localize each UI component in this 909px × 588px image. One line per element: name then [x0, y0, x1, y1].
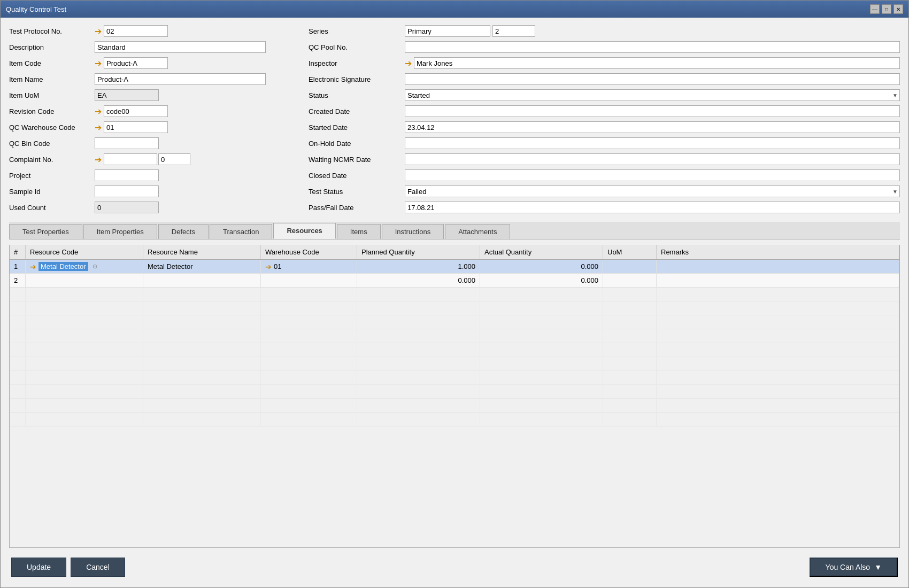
cell-warehouse-code-2	[261, 274, 357, 287]
inspector-input[interactable]	[414, 57, 900, 69]
test-status-select[interactable]: Failed Passed Pending	[405, 185, 900, 197]
maximize-button[interactable]: □	[882, 4, 891, 14]
closed-date-input[interactable]	[405, 169, 900, 181]
table-row	[10, 385, 899, 399]
table-row	[10, 315, 899, 329]
item-code-input[interactable]	[104, 57, 168, 69]
row-arrow-icon: ➔	[30, 262, 36, 271]
col-planned-qty: Planned Quantity	[357, 245, 480, 259]
you-can-also-button[interactable]: You Can Also ▼	[810, 558, 898, 577]
window-body: Test Protocol No. ➔ Description Item Cod…	[1, 18, 908, 587]
main-window: Quality Control Test — □ ✕ Test Protocol…	[0, 0, 909, 588]
cell-num-1: 1	[10, 260, 26, 273]
onhold-date-label: On-Hold Date	[309, 140, 405, 148]
series-primary-input[interactable]	[405, 25, 490, 37]
cell-resource-name-1: Metal Detector	[143, 260, 261, 273]
tab-attachments[interactable]: Attachments	[445, 224, 510, 239]
used-count-row: Used Count	[9, 200, 287, 214]
col-resource-name: Resource Name	[143, 245, 261, 259]
series-num-input[interactable]	[492, 25, 535, 37]
you-can-also-arrow-icon: ▼	[874, 563, 882, 571]
esig-input[interactable]	[405, 73, 900, 85]
pass-fail-date-label: Pass/Fail Date	[309, 204, 405, 212]
grid-header: # Resource Code Resource Name Warehouse …	[10, 245, 899, 260]
qc-bin-input[interactable]	[95, 137, 159, 149]
tab-transaction[interactable]: Transaction	[210, 224, 272, 239]
series-label: Series	[309, 27, 405, 35]
cell-resource-code-2	[26, 274, 143, 287]
sample-id-input[interactable]	[95, 185, 159, 197]
table-row	[10, 357, 899, 371]
row-edit-icon[interactable]: ⊙	[93, 263, 97, 270]
project-label: Project	[9, 172, 95, 180]
cell-planned-qty-2: 0.000	[357, 274, 480, 287]
inspector-label: Inspector	[309, 59, 405, 67]
test-protocol-arrow: ➔	[95, 26, 102, 36]
esig-row: Electronic Signature	[309, 72, 900, 86]
complaint-num-input[interactable]	[158, 153, 190, 165]
revision-code-row: Revision Code ➔	[9, 104, 287, 118]
tab-items[interactable]: Items	[337, 224, 381, 239]
created-date-label: Created Date	[309, 107, 405, 115]
description-input[interactable]	[95, 41, 266, 53]
cell-highlight-text: Metal Detector	[38, 262, 88, 271]
col-resource-code: Resource Code	[26, 245, 143, 259]
item-name-input[interactable]	[95, 73, 266, 85]
status-row: Status Started On Hold Closed Cancelled …	[309, 88, 900, 102]
tab-content: # Resource Code Resource Name Warehouse …	[9, 245, 900, 548]
table-row	[10, 371, 899, 385]
window-title: Quality Control Test	[6, 5, 66, 13]
test-protocol-input[interactable]	[104, 25, 168, 37]
closed-date-label: Closed Date	[309, 172, 405, 180]
qc-warehouse-arrow: ➔	[95, 122, 102, 133]
minimize-button[interactable]: —	[870, 4, 880, 14]
cell-actual-qty-1: 0.000	[480, 260, 603, 273]
close-button[interactable]: ✕	[893, 4, 903, 14]
started-date-label: Started Date	[309, 123, 405, 131]
update-button[interactable]: Update	[11, 558, 66, 577]
col-warehouse-code: Warehouse Code	[261, 245, 357, 259]
table-row	[10, 329, 899, 343]
form-left: Test Protocol No. ➔ Description Item Cod…	[9, 24, 287, 216]
test-status-row: Test Status Failed Passed Pending ▼	[309, 184, 900, 198]
waiting-ncmr-input[interactable]	[405, 153, 900, 165]
cell-num-2: 2	[10, 274, 26, 287]
table-row	[10, 413, 899, 427]
used-count-label: Used Count	[9, 204, 95, 212]
tab-resources[interactable]: Resources	[273, 223, 335, 239]
test-status-label: Test Status	[309, 188, 405, 196]
qc-pool-row: QC Pool No.	[309, 40, 900, 54]
pass-fail-date-input[interactable]	[405, 202, 900, 213]
revision-code-input[interactable]	[104, 105, 168, 117]
onhold-date-input[interactable]	[405, 137, 900, 149]
tab-instructions[interactable]: Instructions	[382, 224, 444, 239]
complaint-label: Complaint No.	[9, 156, 95, 164]
cell-remarks-2	[657, 274, 899, 287]
table-row	[10, 399, 899, 413]
table-row[interactable]: 2 0.000 0.000	[10, 274, 899, 288]
footer-left: Update Cancel	[11, 558, 125, 577]
table-row[interactable]: 1 ➔ Metal Detector ⊙ Metal Detector ➔ 01…	[10, 260, 899, 274]
item-code-row: Item Code ➔	[9, 56, 287, 70]
project-input[interactable]	[95, 169, 159, 181]
qc-pool-input[interactable]	[405, 41, 900, 53]
qc-warehouse-row: QC Warehouse Code ➔	[9, 120, 287, 134]
tab-item-properties[interactable]: Item Properties	[83, 224, 157, 239]
tab-test-properties[interactable]: Test Properties	[9, 224, 82, 239]
title-bar: Quality Control Test — □ ✕	[1, 1, 908, 18]
started-date-input[interactable]	[405, 121, 900, 133]
cell-resource-code-1[interactable]: ➔ Metal Detector ⊙	[26, 260, 143, 273]
complaint-text-input[interactable]	[104, 153, 157, 165]
qc-warehouse-input[interactable]	[104, 121, 168, 133]
qc-bin-row: QC Bin Code	[9, 136, 287, 150]
status-select[interactable]: Started On Hold Closed Cancelled	[405, 89, 900, 101]
sample-id-label: Sample Id	[9, 188, 95, 196]
description-row: Description	[9, 40, 287, 54]
test-status-select-wrapper: Failed Passed Pending ▼	[405, 185, 900, 197]
cancel-button[interactable]: Cancel	[71, 558, 125, 577]
tab-defects[interactable]: Defects	[158, 224, 209, 239]
created-date-input[interactable]	[405, 105, 900, 117]
item-name-label: Item Name	[9, 75, 95, 83]
cell-resource-name-2	[143, 274, 261, 287]
qc-bin-label: QC Bin Code	[9, 140, 95, 148]
